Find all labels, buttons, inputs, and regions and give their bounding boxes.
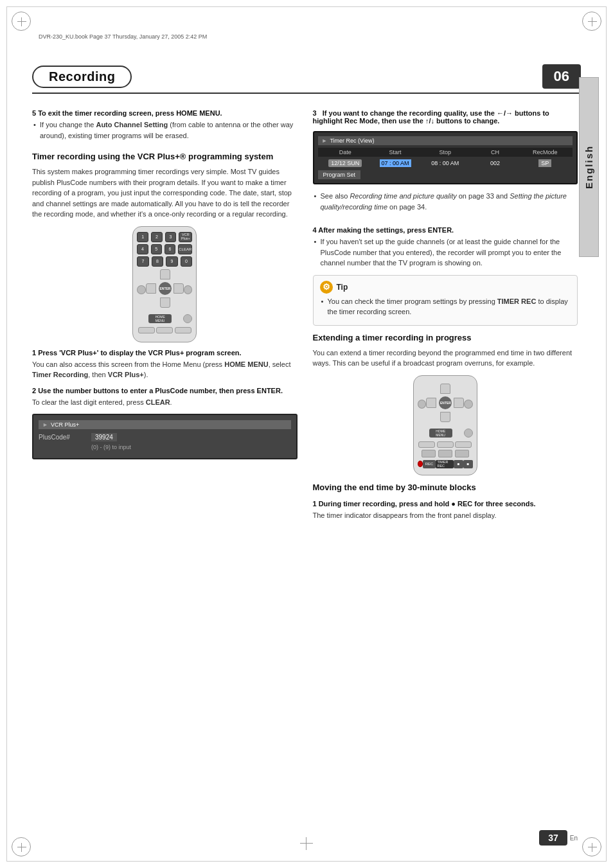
tr-col-recmode: RecMode: [520, 149, 570, 155]
rec-btn-row: REC TIMER REC ■ ■: [418, 460, 473, 468]
dpad-up: [160, 269, 170, 279]
extra-btn-2: ■: [463, 460, 473, 468]
extending-body: You can extend a timer recording beyond …: [313, 348, 578, 369]
vcr-screen-row: PlusCode# 39924: [39, 433, 291, 441]
extending-title: Extending a timer recording in progress: [313, 332, 578, 344]
b-square-row: [418, 450, 473, 457]
tr-title: ► Timer Rec (View): [318, 136, 573, 145]
btn-3: 3: [165, 232, 177, 242]
btn-7: 7: [137, 256, 149, 267]
btn-5: 5: [151, 244, 162, 254]
tr-col-stop: Stop: [420, 149, 470, 155]
tr-col-ch: CH: [470, 149, 520, 155]
step4-heading: 4 After making the settings, press ENTER…: [313, 226, 578, 234]
tr-recmode: SP: [520, 160, 570, 166]
b-dpad-side-right: [464, 400, 473, 409]
timer-rec-screen: ► Timer Rec (View) Date Start Stop CH Re…: [313, 131, 578, 184]
meta-line: DVR-230_KU.book Page 37 Thursday, Januar…: [39, 33, 207, 40]
btn-9: 9: [166, 256, 178, 267]
tip-box: ⚙ Tip You can check the timer program se…: [313, 275, 578, 326]
pluscode-value: 39924: [91, 433, 117, 441]
tr-ch: 002: [470, 160, 520, 166]
step5-bullet: If you change the Auto Channel Setting (…: [32, 120, 298, 141]
b-wide-btn-3: [455, 441, 472, 448]
btn-6: 6: [164, 244, 175, 254]
tip-title: ⚙ Tip: [320, 281, 571, 294]
rec-btn: REC: [423, 460, 436, 468]
step2-heading: 2 Use the number buttons to enter a Plus…: [32, 387, 298, 394]
tr-col-date: Date: [321, 149, 371, 155]
tr-date: 12/12 SUN: [321, 160, 371, 166]
corner-bl: [12, 837, 31, 856]
btn-4: 4: [137, 244, 148, 254]
tip-icon: ⚙: [320, 281, 333, 294]
b-sq-btn-1: [422, 450, 436, 457]
dpad-side-left: [137, 285, 146, 294]
step1-heading: 1 Press 'VCR Plus+' to display the VCR P…: [32, 349, 298, 357]
tr-header: Date Start Stop CH RecMode: [318, 148, 573, 157]
b-sq-btn-2: [438, 450, 452, 457]
b-side-btn-r: [464, 429, 473, 438]
remote-bottom-row: [137, 327, 192, 333]
vcr-note: (0) - (9) to input: [91, 444, 131, 450]
tr-start: 07 : 00 AM: [370, 160, 420, 166]
btn-1: 1: [137, 232, 148, 242]
wide-btn-3: [175, 327, 191, 333]
btn-vcr-plus: VCRPlus+: [179, 232, 192, 242]
vcr-plus-screen: ► VCR Plus+ PlusCode# 39924 (0) - (9) to…: [32, 414, 298, 459]
english-sidebar: English: [579, 77, 599, 257]
dpad-side-right: [184, 285, 193, 294]
b-wide-btn-1: [418, 441, 435, 448]
dpad: ENTER: [146, 269, 184, 308]
extending-step1-body: The timer indicator disappears from the …: [313, 510, 578, 521]
b-dpad-down: [440, 412, 450, 422]
b-wide-btn-2: [437, 441, 454, 448]
page-title: Recording: [32, 66, 132, 88]
timer-rec-btn: TIMER REC: [436, 460, 454, 468]
corner-tr: [582, 12, 601, 31]
remote-control-image: 1 2 3 VCRPlus+ 4 5 6 CLEAR 7 8 9 0: [32, 226, 298, 342]
left-column: 5 To exit the timer recording screen, pr…: [32, 103, 298, 524]
step5-heading: 5 To exit the timer recording screen, pr…: [32, 109, 298, 117]
b-enter-btn: ENTER: [439, 396, 452, 409]
step3-heading: 3 If you want to change the recording qu…: [313, 109, 578, 125]
dpad-down: [160, 297, 170, 308]
b-dpad-right: [454, 398, 464, 408]
extending-step1-heading: 1 During timer recording, press and hold…: [313, 500, 578, 508]
page-number: 37: [539, 830, 567, 846]
dpad-right: [173, 283, 184, 294]
rec-dot: [418, 461, 423, 467]
b-dpad-up: [440, 384, 450, 394]
tr-col-start: Start: [370, 149, 420, 155]
btn-0: 0: [181, 256, 193, 267]
chapter-badge: 06: [542, 64, 581, 89]
side-btn-r: [183, 314, 192, 323]
tr-program-set: Program Set: [318, 168, 573, 179]
tr-data-row: 12/12 SUN 07 : 00 AM 08 : 00 AM 002 SP: [318, 159, 573, 168]
moving-heading: Moving the end time by 30-minute blocks: [313, 482, 578, 493]
b-dpad-side-left: [418, 400, 427, 409]
right-column: 3 If you want to change the recording qu…: [313, 103, 578, 524]
vcr-screen-title: ► VCR Plus+: [39, 420, 291, 429]
btn-8: 8: [152, 256, 164, 267]
vcr-screen-note-row: (0) - (9) to input: [39, 444, 291, 450]
bottom-remote-drawing: ENTER HOMEMENU: [413, 375, 477, 475]
dpad-left: [146, 283, 156, 294]
wide-btn-1: [138, 327, 155, 333]
home-menu-btn: HOMEMENU: [148, 314, 172, 323]
remote-row-2: 4 5 6 CLEAR: [137, 244, 192, 254]
main-content: 5 To exit the timer recording screen, pr…: [32, 103, 578, 524]
pluscode-label: PlusCode#: [39, 434, 84, 441]
see-also: See also Recording time and picture qual…: [313, 191, 578, 212]
b-remote-wide-row: [418, 441, 473, 448]
bottom-registration: [300, 837, 313, 850]
page-header: Recording 06: [32, 64, 581, 94]
page-sub: En: [570, 835, 578, 842]
corner-tl: [12, 12, 31, 31]
b-home-menu-btn: HOMEMENU: [429, 429, 452, 438]
b-sq-btn-3: [455, 450, 469, 457]
step2-body: To clear the last digit entered, press C…: [32, 397, 298, 408]
remote-row-3: 7 8 9 0: [137, 256, 192, 267]
enter-btn: ENTER: [159, 282, 172, 295]
tip-body: You can check the timer program settings…: [320, 296, 571, 317]
